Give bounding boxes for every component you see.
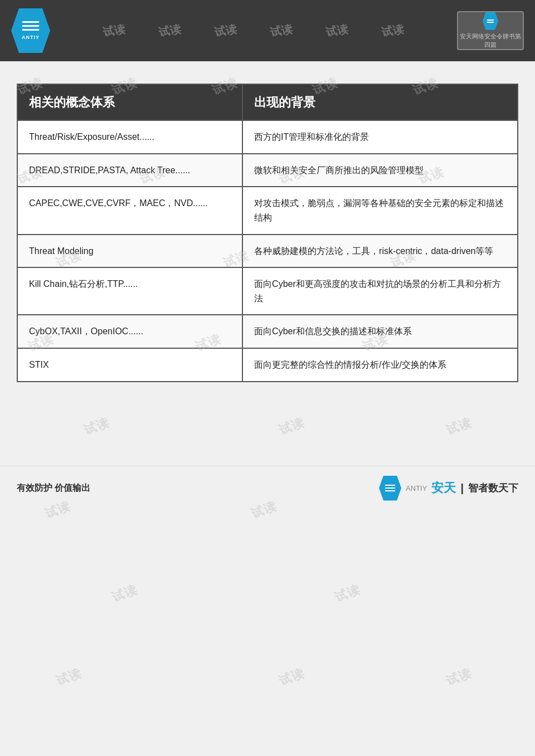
row5-right-text: 面向Cyber和更高强度的攻击和对抗的场景的分析工具和分析方法 [254, 279, 501, 303]
header-wm-1: 试读 [102, 21, 127, 40]
footer-brand-sub: 智者数天下 [468, 481, 518, 495]
row1-left-text: Threat/Risk/Exposure/Asset...... [29, 132, 154, 142]
header-subtitle: 安天网络安全令牌书第四篇 [458, 32, 523, 50]
row1-right: 西方的IT管理和标准化的背景 [242, 120, 518, 154]
header-wm-2: 试读 [158, 21, 182, 40]
header-wm-6: 试读 [381, 21, 405, 40]
main-content: 相关的概念体系 出现的背景 Threat/Risk/Exposure/Asset… [0, 61, 535, 399]
header-wm-4: 试读 [269, 21, 294, 40]
header-right-icon [483, 12, 498, 30]
row4-left: Threat Modeling [17, 235, 242, 268]
footer-antiy-hex [379, 476, 401, 501]
table-row: CAPEC,CWE,CVE,CVRF，MAEC，NVD...... 对攻击模式，… [17, 187, 518, 234]
footer-hex-lines [385, 485, 395, 491]
row5-left: Kill Chain,钻石分析,TTP...... [17, 267, 242, 315]
row2-right: 微软和相关安全厂商所推出的风险管理模型 [242, 154, 518, 187]
watermark: 试读 [444, 414, 474, 439]
row5-right: 面向Cyber和更高强度的攻击和对抗的场景的分析工具和分析方法 [242, 267, 518, 315]
footer-separator: | [460, 482, 464, 495]
row2-right-text: 微软和相关安全厂商所推出的风险管理模型 [254, 165, 424, 175]
watermark: 试读 [276, 414, 307, 439]
watermark: 试读 [332, 581, 363, 606]
logo-line-3 [22, 29, 40, 31]
col1-header-text: 相关的概念体系 [29, 95, 115, 109]
header-wm-3: 试读 [213, 21, 238, 40]
row3-right: 对攻击模式，脆弱点，漏洞等各种基础的安全元素的标定和描述结构 [242, 187, 518, 234]
row6-right: 面向Cyber和信息交换的描述和标准体系 [242, 315, 518, 348]
antiy-text: ANTIY [22, 35, 40, 40]
row7-right: 面向更完整的综合性的情报分析/作业/交换的体系 [242, 348, 518, 382]
col2-header-text: 出现的背景 [254, 95, 315, 109]
row5-left-text: Kill Chain,钻石分析,TTP...... [29, 279, 138, 289]
watermark: 试读 [444, 665, 474, 690]
row6-right-text: 面向Cyber和信息交换的描述和标准体系 [254, 326, 412, 336]
header: ANTIY 试读 试读 试读 试读 试读 试读 安天网络安全令牌书第四篇 [0, 0, 535, 61]
logo-lines [22, 21, 39, 31]
row7-left: STIX [17, 348, 242, 382]
table-header-row: 相关的概念体系 出现的背景 [17, 84, 518, 120]
row7-left-text: STIX [29, 360, 49, 369]
row4-right: 各种威胁建模的方法论，工具，risk-centric，data-driven等等 [242, 235, 518, 268]
watermark: 试读 [81, 414, 112, 439]
logo-line-1 [22, 21, 40, 23]
header-watermarks: 试读 试读 试读 试读 试读 试读 [103, 23, 404, 38]
row3-left-text: CAPEC,CWE,CVE,CVRF，MAEC，NVD...... [29, 198, 208, 208]
footer: 有效防护 价值输出 ANTIY 安天 | 智者数天下 [0, 466, 535, 510]
row2-left: DREAD,STRIDE,PASTA, Attack Tree...... [17, 154, 242, 187]
row1-left: Threat/Risk/Exposure/Asset...... [17, 120, 242, 154]
watermark: 试读 [276, 665, 307, 690]
footer-logo: ANTIY 安天 | 智者数天下 [379, 476, 518, 501]
row3-left: CAPEC,CWE,CVE,CVRF，MAEC，NVD...... [17, 187, 242, 234]
row7-right-text: 面向更完整的综合性的情报分析/作业/交换的体系 [254, 360, 446, 369]
row6-left-text: CybOX,TAXII，OpenIOC...... [29, 326, 143, 336]
table-row: DREAD,STRIDE,PASTA, Attack Tree...... 微软… [17, 154, 518, 187]
footer-hex-line-2 [385, 487, 396, 489]
header-wm-5: 试读 [325, 21, 349, 40]
col2-header: 出现的背景 [242, 84, 518, 120]
row2-left-text: DREAD,STRIDE,PASTA, Attack Tree...... [29, 165, 190, 175]
logo-area: ANTIY [11, 8, 50, 53]
col1-header: 相关的概念体系 [17, 84, 242, 120]
row4-right-text: 各种威胁建模的方法论，工具，risk-centric，data-driven等等 [254, 246, 493, 256]
header-right-logo: 安天网络安全令牌书第四篇 [457, 11, 524, 50]
table-row: CybOX,TAXII，OpenIOC...... 面向Cyber和信息交换的描… [17, 315, 518, 348]
footer-brand-main: 安天 [431, 480, 456, 496]
table-row: Threat Modeling 各种威胁建模的方法论，工具，risk-centr… [17, 235, 518, 268]
antiy-logo: ANTIY [11, 8, 50, 53]
watermark: 试读 [109, 581, 140, 606]
footer-hex-line-1 [385, 485, 396, 486]
footer-left-text: 有效防护 价值输出 [17, 482, 90, 494]
logo-line-2 [22, 25, 40, 27]
row3-right-text: 对攻击模式，脆弱点，漏洞等各种基础的安全元素的标定和描述结构 [254, 198, 504, 222]
table-row: Threat/Risk/Exposure/Asset...... 西方的IT管理… [17, 120, 518, 154]
footer-antiy-label: ANTIY [406, 484, 427, 492]
table-row: STIX 面向更完整的综合性的情报分析/作业/交换的体系 [17, 348, 518, 382]
footer-hex-line-3 [385, 490, 396, 491]
watermark: 试读 [54, 665, 84, 690]
table-row: Kill Chain,钻石分析,TTP...... 面向Cyber和更高强度的攻… [17, 267, 518, 315]
main-table: 相关的概念体系 出现的背景 Threat/Risk/Exposure/Asset… [17, 84, 518, 382]
row1-right-text: 西方的IT管理和标准化的背景 [254, 132, 369, 142]
row4-left-text: Threat Modeling [29, 246, 94, 256]
row6-left: CybOX,TAXII，OpenIOC...... [17, 315, 242, 348]
